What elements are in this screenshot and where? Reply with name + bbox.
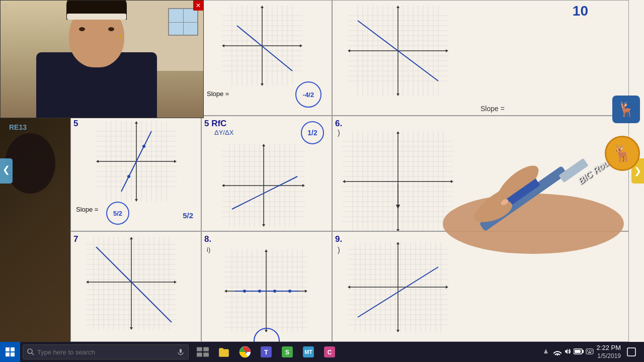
cell-3: 10 [332, 0, 629, 116]
person-headband [67, 14, 126, 20]
system-icons [553, 347, 594, 357]
svg-marker-130 [135, 199, 138, 202]
svg-rect-372 [589, 350, 590, 351]
cell-9-number: 9. [335, 234, 342, 244]
svg-marker-127 [174, 160, 177, 163]
keyboard-icon [586, 347, 594, 355]
extra-4: 5/2 [183, 211, 193, 220]
app1-button[interactable]: S [277, 342, 297, 362]
svg-rect-368 [582, 350, 584, 353]
nav-left-button[interactable]: ❯ [0, 158, 13, 184]
start-button[interactable] [0, 342, 20, 362]
slope-label-2: Slope = [207, 90, 229, 98]
svg-rect-343 [6, 347, 10, 351]
volume-button[interactable] [564, 347, 572, 357]
network-button[interactable] [553, 347, 561, 357]
taskbar-system-area: 2:22 PM 1/5/2019 [541, 342, 644, 362]
svg-marker-248 [130, 237, 133, 239]
cell-5-number: 5 RfC [204, 119, 226, 129]
svg-rect-371 [587, 350, 588, 351]
hand-svg [367, 113, 644, 254]
svg-rect-345 [6, 352, 10, 356]
svg-marker-95 [446, 49, 448, 52]
file-explorer-icon [218, 346, 230, 358]
svg-marker-59 [222, 44, 224, 47]
search-box[interactable] [23, 344, 189, 359]
input-method-button[interactable] [586, 347, 594, 357]
hand-pen-overlay: BIC Round Stic [367, 113, 644, 254]
battery-button[interactable] [574, 347, 584, 357]
windows-logo-icon [6, 347, 15, 356]
show-hidden-button[interactable] [541, 348, 550, 356]
app2-button[interactable]: MT [298, 342, 318, 362]
slope-label-4: Slope = [76, 206, 98, 213]
cell-6-paren: ) [338, 129, 340, 137]
webcam-close-button[interactable]: ✕ [193, 1, 203, 11]
svg-rect-344 [11, 347, 15, 351]
svg-text:MT: MT [304, 349, 312, 355]
svg-point-290 [258, 290, 261, 293]
date-label: 1/5/2019 [597, 352, 621, 360]
graph-7 [86, 237, 177, 330]
svg-rect-369 [575, 350, 581, 353]
chevron-up-icon [543, 348, 548, 354]
logo-large-symbol: 🦌 [612, 144, 632, 163]
taskbar-apps: T S MT C [193, 342, 340, 362]
cell-7: 7 [70, 231, 201, 342]
teams-button[interactable]: T [256, 342, 276, 362]
svg-point-132 [127, 175, 130, 178]
dark-object [5, 133, 55, 194]
svg-text:S: S [285, 349, 289, 356]
svg-marker-365 [544, 349, 548, 353]
time-label: 2:22 PM [597, 344, 621, 352]
search-input[interactable] [37, 348, 174, 356]
teams-icon: T [260, 346, 272, 358]
svg-marker-250 [130, 327, 133, 330]
cell-8: 8. i) [201, 231, 332, 342]
svg-line-61 [237, 26, 292, 71]
cell-5: 5 RfC ΔY/ΔX 1/2 [201, 116, 332, 231]
file-explorer-button[interactable] [214, 342, 234, 362]
app3-button[interactable]: C [319, 342, 340, 362]
svg-rect-353 [197, 352, 202, 356]
svg-point-133 [142, 145, 145, 148]
svg-point-366 [556, 354, 558, 355]
svg-marker-57 [300, 44, 302, 47]
graph-9 [348, 242, 448, 332]
svg-rect-375 [627, 348, 635, 356]
svg-marker-96 [396, 6, 399, 8]
chrome-button[interactable] [235, 342, 255, 362]
clock-display[interactable]: 2:22 PM 1/5/2019 [597, 344, 621, 360]
cell-4: 5 [70, 116, 201, 231]
cell-5-delta: ΔY/ΔX [214, 129, 233, 136]
cell-7-number: 7 [73, 234, 78, 244]
svg-marker-58 [261, 6, 264, 8]
svg-rect-373 [591, 350, 592, 351]
slope-label-3: Slope = [480, 105, 505, 113]
webcam-overlay: ✕ 〇 [0, 0, 204, 118]
task-view-icon [197, 346, 209, 358]
svg-rect-354 [203, 352, 209, 356]
top-right-num: 10 [573, 3, 588, 19]
svg-marker-249 [86, 281, 89, 284]
task-view-button[interactable] [193, 342, 213, 362]
graph-3 [348, 6, 448, 96]
search-icon [27, 348, 34, 355]
network-icon [553, 347, 561, 355]
svg-marker-129 [96, 160, 99, 163]
svg-marker-128 [135, 121, 138, 124]
graph-5 [222, 144, 305, 227]
nav-left-icon: ❯ [3, 165, 10, 176]
notification-button[interactable] [624, 342, 639, 362]
svg-point-292 [288, 290, 291, 293]
svg-point-334 [443, 194, 624, 254]
svg-rect-351 [197, 347, 202, 351]
svg-point-347 [28, 349, 32, 353]
svg-marker-329 [446, 286, 448, 289]
svg-line-348 [32, 353, 34, 355]
app2-icon: MT [302, 346, 314, 358]
app3-icon: C [324, 346, 336, 358]
svg-marker-60 [261, 83, 264, 86]
volume-icon [564, 347, 572, 355]
app1-icon: S [281, 346, 293, 358]
